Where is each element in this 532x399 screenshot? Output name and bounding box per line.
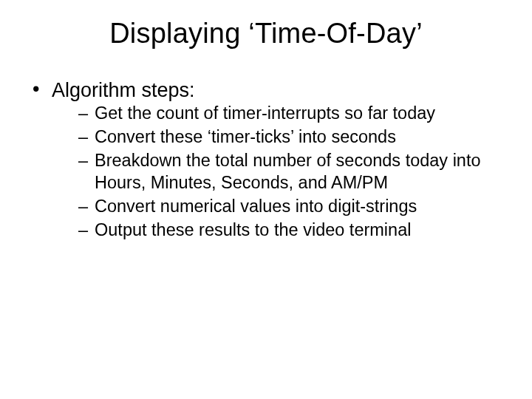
bullet-item: Algorithm steps: Get the count of timer-… bbox=[33, 79, 502, 241]
sub-bullet-item: Output these results to the video termin… bbox=[78, 219, 502, 241]
sub-bullet-item: Convert these ‘timer-ticks’ into seconds bbox=[78, 126, 502, 148]
bullet-list-level1: Algorithm steps: Get the count of timer-… bbox=[30, 79, 502, 241]
sub-bullet-item: Convert numerical values into digit-stri… bbox=[78, 195, 502, 217]
bullet-list-level2: Get the count of timer-interrupts so far… bbox=[52, 102, 502, 241]
slide-title: Displaying ‘Time-Of-Day’ bbox=[30, 18, 502, 50]
sub-bullet-item: Get the count of timer-interrupts so far… bbox=[78, 102, 502, 124]
sub-bullet-item: Breakdown the total number of seconds to… bbox=[78, 149, 502, 194]
slide: Displaying ‘Time-Of-Day’ Algorithm steps… bbox=[0, 0, 532, 399]
bullet-text: Algorithm steps: bbox=[52, 79, 195, 101]
